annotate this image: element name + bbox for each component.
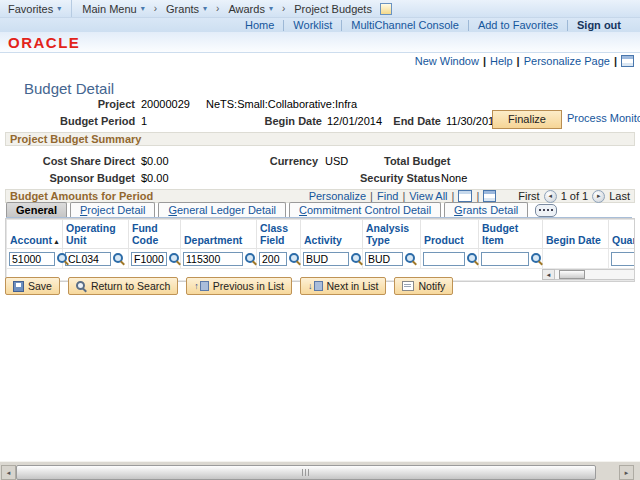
- tab-label: Grants Detail: [454, 203, 518, 217]
- project-label: Project: [60, 98, 135, 110]
- column-label: Activity: [304, 234, 342, 246]
- analysis-type-input[interactable]: [365, 252, 403, 266]
- column-label: Account: [10, 234, 52, 246]
- activity-input[interactable]: [303, 252, 349, 266]
- tab-commitment-control-detail[interactable]: Commitment Control Detail: [289, 202, 441, 217]
- new-window-link[interactable]: New Window: [415, 55, 479, 67]
- next-in-list-button[interactable]: ↓ Next in List: [300, 277, 386, 295]
- notify-button[interactable]: Notify: [394, 277, 453, 295]
- department-lookup-icon[interactable]: [245, 253, 257, 265]
- finalize-button[interactable]: Finalize: [492, 110, 562, 129]
- page-title: Budget Detail: [24, 80, 114, 97]
- personalize-page-link[interactable]: Personalize Page: [524, 55, 610, 67]
- account-lookup-icon[interactable]: [57, 253, 69, 265]
- scroll-left-icon[interactable]: ◄: [542, 269, 555, 280]
- product-input[interactable]: [423, 252, 465, 266]
- column-header-quantity[interactable]: Quantity: [609, 220, 636, 249]
- scrollbar-track[interactable]: [555, 269, 635, 280]
- button-label: Return to Search: [91, 280, 170, 292]
- fund-code-input[interactable]: [131, 252, 167, 266]
- next-row-icon[interactable]: ▸: [592, 190, 605, 203]
- column-header-department[interactable]: Department: [181, 220, 257, 249]
- favorites-label: Favorites: [8, 3, 53, 15]
- previous-in-list-button[interactable]: ↑ Previous in List: [186, 277, 292, 295]
- tab-label: Project Detail: [80, 203, 145, 217]
- personalize-link[interactable]: Personalize: [309, 190, 366, 202]
- home-link[interactable]: Home: [236, 19, 283, 31]
- tab-grants-detail[interactable]: Grants Detail: [444, 202, 528, 217]
- column-header-budget-item[interactable]: Budget Item: [479, 220, 543, 249]
- show-all-columns-icon[interactable]: [535, 204, 557, 217]
- column-header-analysis-type[interactable]: Analysis Type: [363, 220, 421, 249]
- grid-horizontal-scrollbar: ◄ ►: [542, 269, 635, 280]
- find-link[interactable]: Find: [377, 190, 398, 202]
- fund-code-lookup-icon[interactable]: [169, 253, 181, 265]
- column-header-class-field[interactable]: Class Field: [257, 220, 301, 249]
- tab-general-ledger-detail[interactable]: General Ledger Detail: [158, 202, 286, 217]
- activity-lookup-icon[interactable]: [351, 253, 363, 265]
- main-menu[interactable]: Main Menu ▾: [74, 3, 152, 15]
- analysis-type-lookup-icon[interactable]: [405, 253, 417, 265]
- worklist-link[interactable]: Worklist: [284, 19, 341, 31]
- column-header-account[interactable]: Account▲: [7, 220, 63, 249]
- arrow-down-icon: ↓: [308, 281, 323, 291]
- project-budget-summary-header: Project Budget Summary: [5, 132, 635, 146]
- operating-unit-lookup-icon[interactable]: [113, 253, 125, 265]
- view-all-link[interactable]: View All: [409, 190, 447, 202]
- quantity-input[interactable]: [611, 252, 635, 266]
- project-name-value: NeTS:Small:Collaborative:Infra: [206, 98, 357, 110]
- department-input[interactable]: [183, 252, 243, 266]
- column-label: Class Field: [260, 222, 288, 246]
- zoom-grid-icon[interactable]: [483, 190, 496, 202]
- begin-date-label: Begin Date: [250, 115, 322, 127]
- peoplesoft-window: Favorites ▾ Main Menu ▾ › Grants ▾ › Awa…: [0, 0, 640, 480]
- budget-grid: Account▲ Operating Unit Fund Code Depart…: [5, 218, 635, 282]
- budget-item-lookup-icon[interactable]: [531, 253, 543, 265]
- scroll-right-icon[interactable]: ►: [619, 465, 634, 480]
- download-to-excel-icon[interactable]: [458, 190, 472, 202]
- grants-label: Grants: [166, 3, 199, 15]
- column-header-product[interactable]: Product: [421, 220, 479, 249]
- help-link[interactable]: Help: [490, 55, 513, 67]
- first-label: First: [518, 190, 539, 202]
- operating-unit-input[interactable]: [65, 252, 111, 266]
- security-status-label: Security Status: [360, 172, 435, 184]
- edit-page-icon[interactable]: [380, 3, 392, 15]
- class-field-lookup-icon[interactable]: [289, 253, 301, 265]
- tab-project-detail[interactable]: Project Detail: [70, 202, 155, 217]
- previous-row-icon[interactable]: ◂: [544, 190, 557, 203]
- return-to-search-button[interactable]: Return to Search: [68, 277, 178, 295]
- layout-grid-icon[interactable]: [621, 55, 634, 67]
- multichannel-console-link[interactable]: MultiChannel Console: [342, 19, 468, 31]
- save-button[interactable]: Save: [5, 277, 60, 295]
- process-monitor-link[interactable]: Process Monitor: [567, 112, 640, 124]
- scrollbar-thumb[interactable]: [559, 270, 585, 279]
- scrollbar-thumb[interactable]: [16, 465, 596, 480]
- account-input[interactable]: [9, 252, 55, 266]
- tab-label: General: [16, 203, 57, 217]
- budget-period-label: Budget Period: [60, 115, 135, 127]
- column-label: Product: [424, 234, 464, 246]
- separator: |: [476, 190, 479, 202]
- column-header-fund-code[interactable]: Fund Code: [129, 220, 181, 249]
- tab-general[interactable]: General: [6, 202, 67, 217]
- separator: |: [452, 190, 455, 202]
- breadcrumb-separator-icon: ›: [282, 3, 285, 14]
- column-header-activity[interactable]: Activity: [301, 220, 363, 249]
- security-status-value: None: [441, 172, 467, 184]
- budget-item-input[interactable]: [481, 252, 529, 266]
- scroll-left-icon[interactable]: ◄: [1, 465, 16, 480]
- tab-label: General Ledger Detail: [168, 203, 276, 217]
- breadcrumb-grants[interactable]: Grants ▾: [158, 3, 215, 15]
- product-lookup-icon[interactable]: [467, 253, 479, 265]
- last-label: Last: [609, 190, 630, 202]
- add-to-favorites-link[interactable]: Add to Favorites: [469, 19, 567, 31]
- column-header-operating-unit[interactable]: Operating Unit: [63, 220, 129, 249]
- column-header-begin-date[interactable]: Begin Date: [543, 220, 609, 249]
- sign-out-link[interactable]: Sign out: [568, 19, 630, 31]
- chevron-down-icon: ▾: [203, 5, 207, 13]
- class-field-input[interactable]: [259, 252, 287, 266]
- favorites-menu[interactable]: Favorites ▾: [0, 3, 69, 15]
- breadcrumb-awards[interactable]: Awards ▾: [220, 3, 281, 15]
- main-menu-label: Main Menu: [82, 3, 136, 15]
